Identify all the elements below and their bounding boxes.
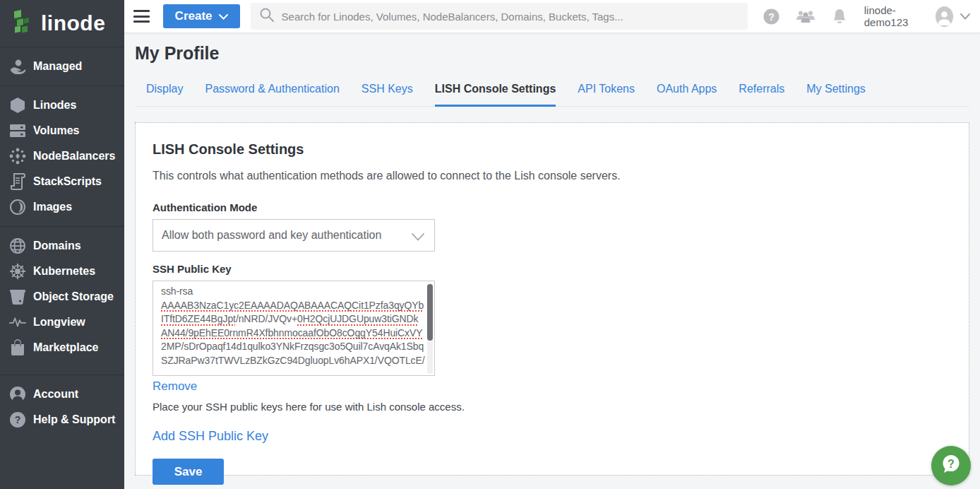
images-icon — [9, 199, 26, 216]
sidebar-item-stackscripts[interactable]: StackScripts — [0, 169, 124, 194]
logo-wordmark: linode — [41, 11, 105, 35]
sidebar-item-label: NodeBalancers — [33, 150, 116, 163]
lish-settings-panel: LISH Console Settings This controls what… — [135, 122, 969, 476]
tab-my-settings[interactable]: My Settings — [806, 83, 866, 107]
main-content: My Profile DisplayPassword & Authenticat… — [124, 33, 980, 489]
globe-icon — [9, 237, 26, 254]
kubernetes-helm-icon — [9, 263, 26, 280]
global-search[interactable] — [251, 3, 748, 30]
username[interactable]: linode-demo123 — [864, 4, 929, 28]
chevron-down-icon[interactable] — [960, 13, 970, 20]
shopping-bag-icon — [9, 339, 26, 356]
sidebar-item-label: Managed — [33, 60, 82, 73]
sidebar-item-label: Account — [33, 388, 78, 401]
ssh-key-textarea[interactable]: ssh-rsaAAAAB3NzaC1yc2EAAAADAQABAAACAQCit… — [153, 281, 435, 376]
add-ssh-key-link[interactable]: Add SSH Public Key — [153, 429, 268, 444]
panel-heading: LISH Console Settings — [153, 141, 952, 158]
sidebar-item-label: Kubernetes — [33, 265, 95, 278]
ssh-key-line: ITftD6ZE44BgJpt/nNRD/JVQv+0H2QcjUJDGUpuw… — [161, 312, 422, 326]
volumes-icon — [9, 122, 26, 139]
help-question-icon: ? — [9, 411, 26, 428]
sidebar-item-help-support[interactable]: ?Help & Support — [0, 407, 124, 432]
avatar[interactable] — [936, 6, 953, 27]
sidebar-item-linodes[interactable]: Linodes — [0, 93, 124, 118]
save-button[interactable]: Save — [153, 459, 224, 485]
svg-text:?: ? — [948, 458, 955, 470]
sidebar-item-marketplace[interactable]: Marketplace — [0, 335, 124, 360]
page-title: My Profile — [135, 33, 969, 64]
stackscripts-icon — [9, 173, 26, 190]
sidebar-group: LinodesVolumesNodeBalancersStackScriptsI… — [0, 86, 124, 227]
sidebar-item-images[interactable]: Images — [0, 194, 124, 220]
sidebar-item-label: StackScripts — [33, 175, 102, 188]
help-circle-icon[interactable]: ? — [763, 8, 779, 25]
tab-oauth-apps[interactable]: OAuth Apps — [657, 83, 717, 107]
sidebar: linode ManagedLinodesVolumesNodeBalancer… — [0, 0, 124, 489]
sidebar-item-label: Longview — [33, 316, 85, 329]
tab-lish-console-settings[interactable]: LISH Console Settings — [435, 83, 556, 107]
notifications-bell-icon[interactable] — [832, 8, 847, 25]
chevron-down-icon — [412, 231, 424, 244]
help-chat-icon: ? — [939, 452, 963, 479]
account-person-icon — [9, 386, 26, 403]
linode-cube-icon — [9, 97, 26, 114]
pulse-icon — [9, 314, 26, 331]
textarea-scrollbar[interactable] — [427, 283, 433, 374]
tab-api-tokens[interactable]: API Tokens — [578, 83, 635, 107]
svg-text:?: ? — [15, 414, 21, 425]
sidebar-item-label: Marketplace — [33, 341, 99, 354]
ssh-key-label: SSH Public Key — [153, 263, 952, 275]
linode-logo[interactable]: linode — [0, 0, 124, 47]
sidebar-item-label: Help & Support — [33, 413, 115, 426]
sidebar-item-nodebalancers[interactable]: NodeBalancers — [0, 143, 124, 169]
sidebar-item-label: Volumes — [33, 124, 80, 137]
ssh-key-line: ssh-rsa — [161, 285, 422, 299]
tab-ssh-keys[interactable]: SSH Keys — [361, 83, 413, 107]
sidebar-item-object-storage[interactable]: Object Storage — [0, 284, 124, 310]
bucket-icon — [9, 288, 26, 305]
sidebar-item-kubernetes[interactable]: Kubernetes — [0, 259, 124, 284]
sidebar-item-label: Linodes — [33, 99, 76, 112]
ssh-key-line: SZJRaPw37tTWVLzBZkGzC94DgluopLv6hAPX1/VQ… — [161, 354, 422, 368]
auth-mode-select[interactable]: Allow both password and key authenticati… — [153, 219, 435, 252]
create-button-label: Create — [175, 9, 213, 23]
sidebar-item-managed[interactable]: Managed — [0, 54, 124, 79]
hamburger-menu-icon[interactable] — [133, 10, 150, 23]
tab-password-authentication[interactable]: Password & Authentication — [205, 83, 339, 107]
sidebar-group: Account?Help & Support — [0, 375, 124, 439]
topbar: Create ? linode-demo123 — [124, 0, 980, 33]
ssh-key-line: AN44/9pEhEE0rnmR4XfbhnmocaafObO8cOggY54H… — [161, 326, 422, 341]
sidebar-group: Managed — [0, 47, 124, 86]
tab-display[interactable]: Display — [146, 83, 183, 107]
managed-icon — [9, 58, 26, 75]
sidebar-item-domains[interactable]: Domains — [0, 233, 124, 259]
floating-help-button[interactable]: ? — [931, 446, 971, 485]
search-input[interactable] — [282, 11, 739, 23]
ssh-key-helper-text: Place your SSH public keys here for use … — [153, 401, 952, 413]
sidebar-item-label: Domains — [33, 240, 81, 252]
sidebar-item-account[interactable]: Account — [0, 382, 124, 407]
profile-tabs: DisplayPassword & AuthenticationSSH Keys… — [135, 83, 969, 107]
svg-text:?: ? — [768, 11, 775, 22]
auth-mode-label: Authentication Mode — [153, 201, 952, 213]
community-icon[interactable] — [795, 8, 816, 24]
create-button[interactable]: Create — [163, 4, 240, 28]
sidebar-item-label: Images — [33, 201, 72, 213]
auth-mode-value: Allow both password and key authenticati… — [162, 229, 381, 242]
sidebar-group: DomainsKubernetesObject StorageLongviewM… — [0, 227, 124, 375]
ssh-key-line: 2MP/sDrOpaqf14d1qulko3YNkFrzqsgc3o5Quil7… — [161, 340, 422, 354]
sidebar-item-label: Object Storage — [33, 290, 114, 303]
tab-referrals[interactable]: Referrals — [739, 83, 784, 107]
linode-cubes-logo-icon — [13, 10, 34, 37]
ssh-key-text: ssh-rsaAAAAB3NzaC1yc2EAAAADAQABAAACAQCit… — [161, 285, 422, 368]
panel-description: This controls what authentication method… — [153, 170, 952, 182]
remove-key-link[interactable]: Remove — [153, 379, 197, 394]
ssh-key-line: AAAAB3NzaC1yc2EAAAADAQABAAACAQCit1Pzfa3q… — [161, 299, 422, 313]
nodebalancers-icon — [9, 148, 26, 165]
sidebar-item-volumes[interactable]: Volumes — [0, 118, 124, 143]
sidebar-item-longview[interactable]: Longview — [0, 310, 124, 335]
sidebar-nav: ManagedLinodesVolumesNodeBalancersStackS… — [0, 47, 124, 439]
scrollbar-thumb[interactable] — [427, 284, 433, 341]
chevron-down-icon — [219, 9, 228, 23]
search-icon — [259, 7, 275, 25]
